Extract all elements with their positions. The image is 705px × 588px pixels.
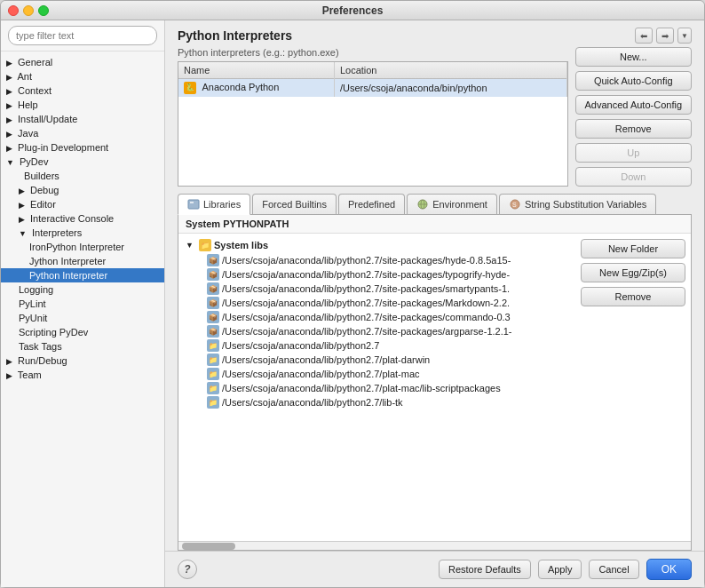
filter-wrap (1, 20, 164, 52)
remove-lib-button[interactable]: Remove (581, 287, 685, 306)
sidebar-item-python-interpreter[interactable]: Python Interpreter (1, 268, 164, 282)
sidebar-item-help[interactable]: ▶ Help (1, 98, 164, 112)
lib-item[interactable]: 📁 /Users/csoja/anaconda/lib/python2.7/pl… (182, 381, 572, 395)
interpreter-table-wrap: Name Location 🐍 Anaconda Python (178, 61, 568, 187)
restore-defaults-button[interactable]: Restore Defaults (439, 560, 531, 579)
panel-header: Python Interpreters ⬅ ➡ ▼ (165, 20, 704, 47)
lib-file-icon: 📁 (207, 354, 219, 366)
sidebar-item-scripting-pydev[interactable]: Scripting PyDev (1, 325, 164, 339)
ok-button[interactable]: OK (646, 559, 692, 580)
sidebar-item-pyunit[interactable]: PyUnit (1, 311, 164, 325)
sidebar-item-label: Install/Update (18, 114, 77, 124)
cancel-button[interactable]: Cancel (589, 560, 638, 579)
close-button[interactable] (8, 5, 19, 16)
lib-file-icon: 📁 (207, 339, 219, 352)
lib-item[interactable]: 📁 /Users/csoja/anaconda/lib/python2.7 (182, 338, 572, 353)
lib-item[interactable]: 📦 /Users/csoja/anaconda/lib/python2.7/si… (182, 253, 572, 267)
sidebar-item-task-tags[interactable]: Task Tags (1, 339, 164, 354)
sidebar-item-ironpython[interactable]: IronPython Interpreter (1, 240, 164, 254)
lib-item[interactable]: 📁 /Users/csoja/anaconda/lib/python2.7/li… (182, 395, 572, 409)
arrow-icon: ▶ (6, 144, 12, 153)
sidebar-item-label: PyLint (19, 298, 46, 309)
arrow-icon: ▼ (19, 229, 27, 238)
arrow-icon: ▶ (19, 201, 25, 210)
lib-item[interactable]: 📦 /Users/csoja/anaconda/lib/python2.7/si… (182, 296, 572, 310)
scrollbar-thumb[interactable] (182, 543, 235, 550)
lib-item[interactable]: 📦 /Users/csoja/anaconda/lib/python2.7/si… (182, 324, 572, 338)
maximize-button[interactable] (38, 5, 49, 16)
sidebar-item-install-update[interactable]: ▶ Install/Update (1, 112, 164, 126)
bottom-bar: ? Restore Defaults Apply Cancel OK (165, 551, 704, 587)
back-nav-button[interactable]: ⬅ (635, 28, 653, 44)
minimize-button[interactable] (23, 5, 34, 16)
sidebar-item-label: Team (18, 369, 42, 380)
advanced-auto-config-button[interactable]: Advanced Auto-Config (575, 95, 692, 115)
lib-file-icon: 📦 (207, 254, 219, 266)
interpreter-table: Name Location 🐍 Anaconda Python (178, 62, 567, 97)
quick-auto-config-button[interactable]: Quick Auto-Config (575, 71, 692, 91)
down-button[interactable]: Down (575, 167, 692, 187)
sidebar-item-jython[interactable]: Jython Interpreter (1, 254, 164, 268)
sidebar-item-ant[interactable]: ▶ Ant (1, 69, 164, 83)
arrow-icon: ▶ (19, 187, 25, 195)
arrow-icon: ▶ (6, 371, 12, 380)
sidebar-item-label: Java (18, 128, 38, 139)
table-row[interactable]: 🐍 Anaconda Python /Users/csoja/anaconda/… (178, 79, 566, 98)
lib-item[interactable]: 📁 /Users/csoja/anaconda/lib/python2.7/pl… (182, 367, 572, 381)
tab-predefined[interactable]: Predefined (338, 194, 405, 214)
main-content: ▶ General ▶ Ant ▶ Context ▶ Help (1, 20, 704, 587)
apply-button[interactable]: Apply (538, 560, 582, 579)
horizontal-scrollbar[interactable] (178, 541, 691, 550)
sidebar-item-team[interactable]: ▶ Team (1, 368, 164, 382)
sidebar-tree: ▶ General ▶ Ant ▶ Context ▶ Help (1, 52, 164, 587)
sidebar-item-plugin-dev[interactable]: ▶ Plug-in Development (1, 140, 164, 155)
lib-file-icon: 📦 (207, 268, 219, 281)
tab-forced-builtins[interactable]: Forced Builtins (252, 194, 337, 214)
lib-file-icon: 📦 (207, 297, 219, 309)
lib-buttons: New Folder New Egg/Zip(s) Remove (575, 234, 691, 541)
sidebar-item-pylint[interactable]: PyLint (1, 297, 164, 311)
sidebar-item-editor[interactable]: ▶ Editor (1, 197, 164, 211)
sidebar-item-label: IronPython Interpreter (29, 242, 124, 252)
sidebar-item-run-debug[interactable]: ▶ Run/Debug (1, 354, 164, 368)
interpreter-description: Python interpreters (e.g.: python.exe) (178, 47, 568, 58)
col-name-header: Name (178, 62, 334, 79)
panel-nav: ⬅ ➡ ▼ (635, 28, 692, 44)
filter-input[interactable] (8, 26, 157, 45)
lib-item[interactable]: 📁 /Users/csoja/anaconda/lib/python2.7/pl… (182, 353, 572, 367)
preferences-window: Preferences ▶ General ▶ Ant (0, 0, 705, 588)
sidebar-item-pydev[interactable]: ▼ PyDev (1, 155, 164, 169)
help-button[interactable]: ? (178, 560, 197, 579)
sidebar-item-label: General (18, 57, 52, 68)
lib-item[interactable]: 📦 /Users/csoja/anaconda/lib/python2.7/si… (182, 267, 572, 282)
sidebar-item-interpreters[interactable]: ▼ Interpreters (1, 226, 164, 240)
string-sub-tab-icon: S (509, 198, 521, 211)
up-button[interactable]: Up (575, 143, 692, 163)
forward-nav-button[interactable]: ➡ (656, 28, 674, 44)
sidebar-item-java[interactable]: ▶ Java (1, 126, 164, 140)
tab-environment[interactable]: Environment (407, 194, 497, 214)
remove-interp-button[interactable]: Remove (575, 119, 692, 139)
expand-arrow-icon: ▼ (186, 241, 194, 250)
new-egg-zip-button[interactable]: New Egg/Zip(s) (581, 263, 685, 282)
sidebar-item-interactive-console[interactable]: ▶ Interactive Console (1, 211, 164, 226)
lib-item[interactable]: 📦 /Users/csoja/anaconda/lib/python2.7/si… (182, 310, 572, 324)
lib-item[interactable]: 📦 /Users/csoja/anaconda/lib/python2.7/si… (182, 282, 572, 296)
tab-libraries[interactable]: Libraries (178, 194, 250, 215)
lib-content: ▼ 📁 System libs 📦 /Users/csoja/anaconda/… (178, 234, 691, 541)
sidebar-item-debug[interactable]: ▶ Debug (1, 183, 164, 197)
tab-string-substitution[interactable]: S String Substitution Variables (499, 194, 656, 214)
interpreter-name-cell: 🐍 Anaconda Python (178, 79, 334, 98)
new-folder-button[interactable]: New Folder (581, 239, 685, 258)
sidebar-item-context[interactable]: ▶ Context (1, 83, 164, 98)
tabs-bar: Libraries Forced Builtins Predefined (178, 194, 692, 215)
col-location-header: Location (334, 62, 566, 79)
nav-dropdown-button[interactable]: ▼ (677, 28, 692, 44)
sidebar-item-builders[interactable]: Builders (1, 169, 164, 183)
window-controls (8, 5, 49, 16)
svg-text:S: S (512, 202, 517, 208)
arrow-icon: ▶ (6, 115, 12, 124)
new-button[interactable]: New... (575, 47, 692, 67)
sidebar-item-general[interactable]: ▶ General (1, 55, 164, 69)
sidebar-item-logging[interactable]: Logging (1, 282, 164, 297)
